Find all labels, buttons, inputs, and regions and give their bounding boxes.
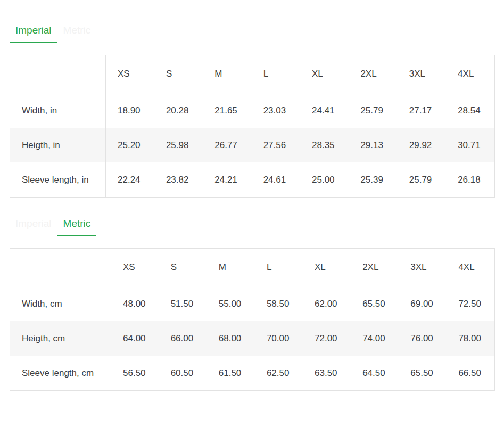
- measurement-cell: 26.18: [446, 162, 494, 198]
- measurement-cell: 24.21: [203, 162, 251, 198]
- measurement-cell: 68.00: [207, 321, 255, 356]
- metric-tabbar: Imperial Metric: [10, 212, 495, 236]
- measurement-cell: 24.61: [252, 162, 300, 198]
- measurement-cell: 74.00: [351, 321, 399, 356]
- imperial-size-table: XSSMLXL2XL3XL4XLWidth, in18.9020.2821.65…: [10, 55, 495, 198]
- table-row: Heigth, in25.2025.9826.7727.5628.3529.13…: [10, 128, 495, 162]
- row-label: Heigth, cm: [10, 321, 111, 356]
- measurement-cell: 58.50: [255, 286, 303, 322]
- measurement-cell: 25.79: [398, 162, 446, 198]
- size-column-header: XL: [303, 249, 351, 286]
- measurement-cell: 30.71: [446, 128, 494, 162]
- measurement-cell: 69.00: [399, 286, 447, 322]
- measurement-cell: 61.50: [207, 356, 255, 391]
- imperial-tabbar: Imperial Metric: [10, 19, 495, 43]
- table-row: Width, in18.9020.2821.6523.0324.4125.792…: [10, 93, 495, 128]
- measurement-cell: 66.00: [159, 321, 207, 356]
- measurement-cell: 23.82: [154, 162, 203, 198]
- measurement-cell: 28.35: [300, 128, 349, 162]
- measurement-cell: 56.50: [111, 356, 159, 391]
- table-row: Width, cm48.0051.5055.0058.5062.0065.506…: [10, 286, 495, 322]
- measurement-cell: 48.00: [111, 286, 159, 322]
- size-column-header: 4XL: [447, 249, 494, 286]
- measurement-cell: 24.41: [300, 93, 349, 128]
- measurement-cell: 20.28: [154, 93, 203, 128]
- measurement-cell: 25.39: [349, 162, 397, 198]
- metric-section: Imperial Metric XSSMLXL2XL3XL4XLWidth, c…: [10, 212, 495, 391]
- corner-cell: [10, 249, 111, 286]
- tab-imperial[interactable]: Imperial: [10, 212, 57, 236]
- table-row: Heigth, cm64.0066.0068.0070.0072.0074.00…: [10, 321, 495, 356]
- size-column-header: XS: [106, 55, 154, 93]
- measurement-cell: 78.00: [447, 321, 494, 356]
- measurement-cell: 62.50: [255, 356, 303, 391]
- measurement-cell: 76.00: [399, 321, 447, 356]
- tab-metric[interactable]: Metric: [57, 19, 97, 43]
- size-column-header: S: [159, 249, 207, 286]
- measurement-cell: 22.24: [106, 162, 154, 198]
- measurement-cell: 72.50: [447, 286, 494, 322]
- measurement-cell: 25.98: [154, 128, 203, 162]
- size-column-header: L: [252, 55, 300, 93]
- tab-metric[interactable]: Metric: [57, 212, 97, 236]
- measurement-cell: 27.17: [398, 93, 446, 128]
- row-label: Sleeve length, cm: [10, 356, 111, 391]
- measurement-cell: 64.50: [351, 356, 399, 391]
- size-column-header: L: [255, 249, 303, 286]
- measurement-cell: 25.20: [106, 128, 154, 162]
- measurement-cell: 29.13: [349, 128, 397, 162]
- size-column-header: XS: [111, 249, 159, 286]
- row-label: Width, in: [10, 93, 106, 128]
- measurement-cell: 26.77: [203, 128, 251, 162]
- measurement-cell: 64.00: [111, 321, 159, 356]
- measurement-cell: 25.79: [349, 93, 397, 128]
- size-column-header: 2XL: [349, 55, 397, 93]
- measurement-cell: 27.56: [252, 128, 300, 162]
- measurement-cell: 28.54: [446, 93, 494, 128]
- measurement-cell: 55.00: [207, 286, 255, 322]
- measurement-cell: 66.50: [447, 356, 494, 391]
- table-row: Sleeve length, cm56.5060.5061.5062.5063.…: [10, 356, 495, 391]
- size-column-header: S: [154, 55, 203, 93]
- table-row: Sleeve length, in22.2423.8224.2124.6125.…: [10, 162, 495, 198]
- size-column-header: M: [203, 55, 251, 93]
- size-column-header: 3XL: [398, 55, 446, 93]
- size-chart-page: Imperial Metric XSSMLXL2XL3XL4XLWidth, i…: [0, 19, 504, 391]
- size-column-header: 4XL: [446, 55, 494, 93]
- measurement-cell: 65.50: [351, 286, 399, 322]
- row-label: Sleeve length, in: [10, 162, 106, 198]
- measurement-cell: 23.03: [252, 93, 300, 128]
- measurement-cell: 65.50: [399, 356, 447, 391]
- measurement-cell: 29.92: [398, 128, 446, 162]
- measurement-cell: 63.50: [303, 356, 351, 391]
- row-label: Width, cm: [10, 286, 111, 322]
- size-column-header: 2XL: [351, 249, 399, 286]
- corner-cell: [10, 55, 106, 93]
- imperial-section: Imperial Metric XSSMLXL2XL3XL4XLWidth, i…: [10, 19, 495, 198]
- measurement-cell: 18.90: [106, 93, 154, 128]
- measurement-cell: 51.50: [159, 286, 207, 322]
- metric-size-table: XSSMLXL2XL3XL4XLWidth, cm48.0051.5055.00…: [10, 248, 495, 391]
- measurement-cell: 60.50: [159, 356, 207, 391]
- size-column-header: 3XL: [399, 249, 447, 286]
- measurement-cell: 21.65: [203, 93, 251, 128]
- tab-imperial[interactable]: Imperial: [10, 19, 57, 43]
- measurement-cell: 72.00: [303, 321, 351, 356]
- measurement-cell: 62.00: [303, 286, 351, 322]
- size-column-header: M: [207, 249, 255, 286]
- row-label: Heigth, in: [10, 128, 106, 162]
- size-header-row: XSSMLXL2XL3XL4XL: [10, 249, 495, 286]
- size-header-row: XSSMLXL2XL3XL4XL: [10, 55, 495, 93]
- measurement-cell: 25.00: [300, 162, 349, 198]
- size-column-header: XL: [300, 55, 349, 93]
- measurement-cell: 70.00: [255, 321, 303, 356]
